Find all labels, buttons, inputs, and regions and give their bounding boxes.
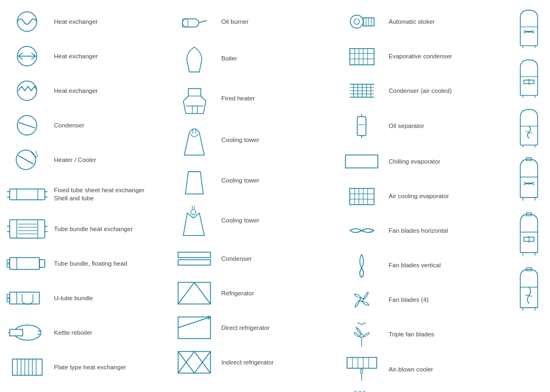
svg-rect-107 (350, 188, 374, 205)
svg-rect-85 (350, 49, 374, 65)
svg-line-4 (19, 123, 35, 128)
heat-exchanger-wave-icon (5, 11, 49, 32)
svg-rect-41 (12, 359, 42, 375)
finned-tube-item: Finned tube heat exchanger (5, 386, 167, 392)
heater-cooler-item: Heater / Cooler (5, 144, 167, 176)
auto-stoker-item: Automatic stoker (340, 5, 502, 38)
svg-rect-37 (10, 329, 23, 336)
air-cooling-evap-icon (340, 184, 383, 208)
cooling-tower-1-label: Cooling tower (221, 136, 259, 144)
fan-vert-label: Fan blades vertical (389, 261, 441, 269)
condenser-air-label: Condenser (air cooled) (389, 87, 452, 95)
plate-type-label: Plate type heat exchanger (54, 363, 126, 371)
direct-refrigerator-label: Direct refrigerator (221, 324, 269, 332)
autoclave-motor-anchor-item: Autoclave with motor (anchor) (507, 209, 550, 262)
tube-floating-label: Tube bundle, floating head (54, 260, 127, 268)
svg-rect-74 (178, 252, 211, 258)
svg-line-8 (36, 151, 38, 157)
svg-rect-106 (345, 155, 378, 168)
fired-heater-icon (173, 81, 216, 116)
tube-floating-item: Tube bundle, floating head (5, 247, 167, 280)
svg-rect-59 (182, 19, 199, 27)
fixed-tube-label: Fixed tube sheet heat exchanger Shell an… (54, 186, 145, 202)
tube-bundle-label: Tube bundle heat exchanger (54, 225, 133, 233)
heat-exchanger-3-label: Heat exchanger (54, 87, 98, 95)
svg-line-6 (18, 156, 33, 164)
fan-4-item: Fan blades (4) (340, 283, 502, 316)
autoclave-helical-item: Autoclave (helical) (507, 105, 550, 152)
auto-stoker-label: Automatic stoker (389, 18, 435, 26)
condenser-air-icon (340, 79, 383, 103)
autoclave-helical-icon (507, 107, 550, 150)
heat-exchanger-1: Heat exchanger (5, 5, 167, 38)
main-page: Heat exchanger Heat exchanger Heat e (0, 0, 550, 392)
svg-rect-117 (347, 357, 377, 368)
cooling-tower-1-icon (173, 123, 216, 158)
air-blown-item: Air-blown cooler (340, 353, 502, 387)
auto-stoker-icon (340, 10, 383, 34)
heater-cooler-icon (5, 148, 49, 172)
oil-burner-icon (173, 11, 216, 32)
indirect-refrigerator-icon (173, 349, 216, 376)
autoclave-anchor-item: Autoclave (anchor) (507, 55, 550, 103)
extractor-slot-item: Extractor hood (slot) (340, 389, 502, 392)
heat-exchanger-3: Heat exchanger (5, 75, 167, 107)
fixed-tube-icon (5, 184, 49, 205)
refrigerator-icon (173, 280, 216, 307)
svg-point-115 (360, 334, 363, 337)
oil-separator-icon (340, 111, 383, 141)
fan-horiz-label: Fan blades horizontal (389, 227, 448, 235)
air-blown-icon (340, 355, 383, 384)
kettle-icon (5, 321, 49, 344)
cooling-tower-1-item: Cooling tower (173, 120, 335, 160)
refrigerator-item: Refrigerator (173, 277, 335, 309)
heat-exchanger-1-label: Heat exchanger (54, 18, 98, 26)
oil-separator-label: Oil separator (389, 122, 424, 130)
autoclave-anchor-icon (507, 57, 550, 100)
autoclave-prop-icon (507, 8, 550, 51)
fan-horiz-item: Fan blades horizontal (340, 214, 502, 247)
direct-refrigerator-item: Direct refrigerator (173, 312, 335, 344)
heat-exchanger-zigzag-icon (5, 80, 49, 102)
u-tube-icon (5, 288, 49, 308)
svg-rect-9 (10, 189, 45, 200)
fixed-tube-item: Fixed tube sheet heat exchanger Shell an… (5, 178, 167, 211)
plate-type-item: Plate type heat exchanger (5, 351, 167, 383)
cooling-tower-3-label: Cooling tower (221, 217, 259, 225)
autoclave-motor-anchor-icon (507, 212, 550, 260)
chilling-evap-item: Chilling evaporator (340, 145, 502, 178)
svg-point-79 (350, 15, 363, 28)
plate-type-icon (5, 356, 49, 378)
svg-point-114 (360, 298, 363, 301)
u-tube-item: U-tube bundle (5, 282, 167, 314)
kettle-item: Kettle reboiler (5, 316, 167, 349)
column-3: Automatic stoker Evaporative condenser (337, 5, 505, 392)
chilling-evap-icon (340, 151, 383, 172)
cooling-tower-2-icon (173, 164, 216, 197)
fan-4-label: Fan blades (4) (389, 296, 429, 304)
tube-floating-icon (5, 253, 49, 274)
triple-fan-label: Triple fan blades (389, 330, 434, 339)
svg-rect-64 (192, 106, 197, 113)
tube-bundle-icon (5, 215, 49, 242)
cooling-tower-3-icon (173, 203, 216, 238)
svg-rect-76 (178, 282, 211, 304)
evap-condenser-item: Evaporative condenser (340, 40, 502, 72)
autoclave-motor-prop-icon (507, 157, 550, 205)
heat-exchanger-2: Heat exchanger (5, 40, 167, 72)
condenser-icon (5, 114, 49, 136)
svg-point-71 (191, 209, 195, 214)
fired-heater-label: Fired heater (221, 94, 255, 103)
oil-burner-label: Oil burner (221, 18, 249, 26)
svg-rect-28 (39, 260, 45, 267)
indirect-refrigerator-label: Indirect refrigerator (221, 359, 274, 367)
air-blown-label: Air-blown cooler (389, 366, 433, 374)
boiler-icon (173, 42, 216, 75)
oil-burner-item: Oil burner (173, 5, 335, 38)
air-cooling-evap-item: Air cooling evaporator (340, 180, 502, 212)
boiler-item: Boiler (173, 40, 335, 77)
svg-point-2 (17, 81, 37, 100)
u-tube-label: U-tube bundle (54, 294, 93, 302)
condenser2-label: Condenser (221, 255, 252, 263)
svg-point-80 (354, 19, 359, 24)
